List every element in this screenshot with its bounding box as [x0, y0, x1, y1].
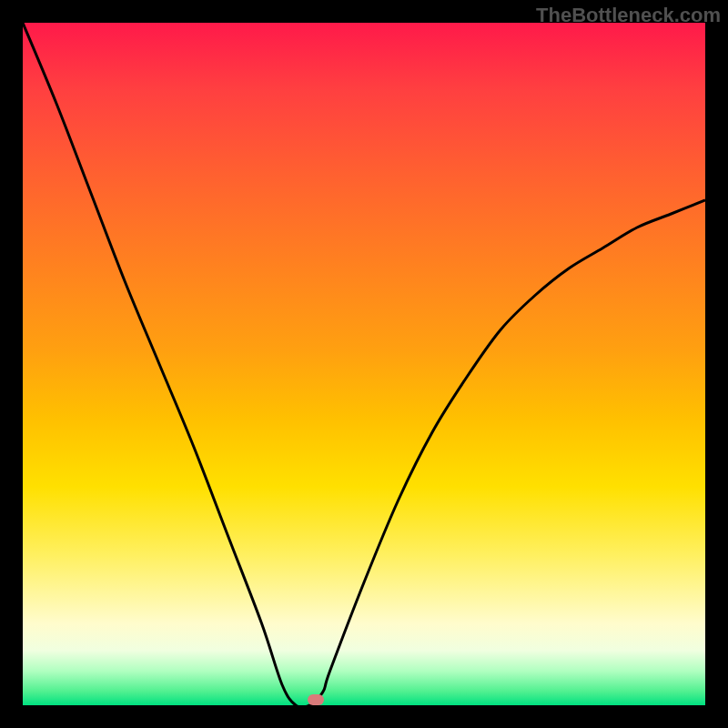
bottleneck-curve: [23, 23, 705, 705]
optimal-point-marker: [308, 694, 324, 705]
watermark-text: TheBottleneck.com: [536, 4, 721, 27]
